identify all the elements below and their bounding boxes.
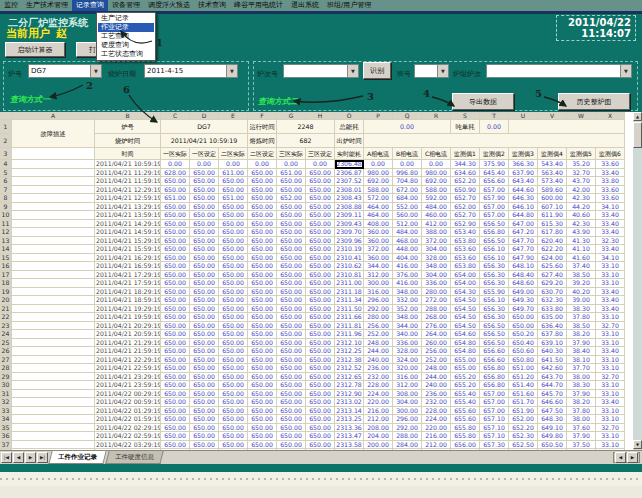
grid-cell[interactable]: 651.00 <box>509 364 538 373</box>
grid-cell[interactable]: 650.00 <box>306 364 335 373</box>
grid-cell[interactable]: 2311.96 <box>335 330 364 339</box>
grid-cell[interactable]: 2011/04/21 18:59:19 <box>95 296 161 305</box>
grid-cell[interactable]: 650.00 <box>248 237 277 246</box>
grid-cell[interactable]: 634.60 <box>451 169 480 178</box>
grid-cell[interactable]: 2309.11 <box>335 211 364 220</box>
grid-cell[interactable]: 650.00 <box>190 203 219 212</box>
grid-cell[interactable]: 640.30 <box>538 347 567 356</box>
grid-cell[interactable]: 监测偶6 <box>596 148 625 160</box>
grid-cell[interactable]: 280.00 <box>364 313 393 322</box>
grid-cell[interactable]: 650.00 <box>190 279 219 288</box>
grid-cell[interactable]: 344.30 <box>451 160 480 169</box>
grid-cell[interactable]: 650.00 <box>190 186 219 195</box>
grid-cell[interactable]: 629.20 <box>538 279 567 288</box>
grid-cell[interactable]: 2310.41 <box>335 254 364 263</box>
grid-cell[interactable]: 220.00 <box>364 398 393 407</box>
grid-cell[interactable]: 600.00 <box>538 194 567 203</box>
grid-cell[interactable]: 监测偶5 <box>567 148 596 160</box>
grid-cell[interactable]: 650.00 <box>190 313 219 322</box>
grid-cell[interactable]: 655.00 <box>451 364 480 373</box>
grid-cell[interactable]: 650.00 <box>306 415 335 424</box>
column-letter[interactable]: X <box>596 112 625 120</box>
grid-cell[interactable]: 2313.36 <box>335 424 364 433</box>
grid-cell[interactable]: 0.00 <box>364 120 451 134</box>
grid-cell[interactable]: 650.00 <box>219 441 248 450</box>
grid-cell[interactable]: 651.00 <box>161 194 190 203</box>
grid-cell[interactable]: 372.00 <box>422 237 451 246</box>
grid-cell[interactable]: 650.00 <box>306 296 335 305</box>
grid-cell[interactable]: 时间 <box>95 148 161 160</box>
tab-prev-icon[interactable]: ◀ <box>13 452 24 463</box>
grid-cell[interactable]: 244.00 <box>364 347 393 356</box>
grid-cell[interactable]: 2309.43 <box>335 220 364 229</box>
grid-cell[interactable]: 650.00 <box>219 220 248 229</box>
grid-cell[interactable]: 2312.25 <box>335 347 364 356</box>
grid-cell[interactable]: 实时能耗 <box>335 148 364 160</box>
grid-cell[interactable]: 647.50 <box>538 407 567 416</box>
grid-cell[interactable]: 烧炉时间 <box>95 134 161 148</box>
column-letter[interactable]: T <box>480 112 509 120</box>
scroll-up-icon[interactable]: ▲ <box>633 112 642 121</box>
grid-cell[interactable]: 650.00 <box>190 271 219 280</box>
row-number[interactable]: 26 <box>0 347 12 356</box>
grid-cell[interactable]: 651.90 <box>509 407 538 416</box>
grid-cell[interactable]: 33.40 <box>596 296 625 305</box>
grid-cell[interactable]: 32.70 <box>596 424 625 433</box>
grid-cell[interactable]: 692.00 <box>422 177 451 186</box>
row-number[interactable]: 37 <box>0 441 12 450</box>
grid-cell[interactable]: 650.00 <box>306 347 335 356</box>
grid-cell[interactable]: 652.20 <box>451 177 480 186</box>
grid-cell[interactable]: 650.00 <box>248 228 277 237</box>
grid-cell[interactable]: 650.00 <box>306 169 335 178</box>
chevron-down-icon[interactable]: ▼ <box>620 65 631 77</box>
row-number[interactable]: 6 <box>0 177 12 186</box>
menu-item[interactable]: 生产技术管理 <box>22 0 72 11</box>
grid-cell[interactable]: 33.10 <box>596 313 625 322</box>
grid-cell[interactable]: 2011/04/21 17:29:19 <box>95 271 161 280</box>
grid-cell[interactable]: 42.30 <box>567 194 596 203</box>
grid-cell[interactable]: 2011/04/21 12:29:19 <box>95 186 161 195</box>
grid-cell[interactable]: 650.00 <box>219 254 248 263</box>
grid-cell[interactable] <box>12 398 95 407</box>
grid-cell[interactable]: 672.00 <box>393 186 422 195</box>
grid-cell[interactable]: 650.00 <box>190 228 219 237</box>
grid-cell[interactable]: 572.00 <box>364 194 393 203</box>
grid-cell[interactable]: 651.00 <box>219 194 248 203</box>
grid-cell[interactable] <box>12 347 95 356</box>
grid-cell[interactable]: 650.00 <box>306 237 335 246</box>
grid-cell[interactable]: 650.00 <box>190 288 219 297</box>
grid-cell[interactable]: 650.00 <box>190 305 219 314</box>
row-number[interactable]: 15 <box>0 254 12 263</box>
grid-cell[interactable]: 236.00 <box>422 390 451 399</box>
grid-cell[interactable] <box>12 407 95 416</box>
grid-cell[interactable]: 625.60 <box>538 262 567 271</box>
grid-cell[interactable]: 692.00 <box>364 177 393 186</box>
grid-cell[interactable]: 980.00 <box>422 169 451 178</box>
grid-cell[interactable]: 650.00 <box>277 313 306 322</box>
grid-cell[interactable]: 650.00 <box>219 262 248 271</box>
row-number[interactable]: 32 <box>0 398 12 407</box>
grid-cell[interactable]: 2011/04/21 14:29:19 <box>95 220 161 229</box>
row-number[interactable]: 17 <box>0 271 12 280</box>
grid-cell[interactable]: 288.00 <box>422 305 451 314</box>
grid-cell[interactable]: 650.00 <box>161 220 190 229</box>
grid-cell[interactable] <box>12 305 95 314</box>
grid-cell[interactable]: 2313.58 <box>335 441 364 450</box>
row-number[interactable]: 28 <box>0 364 12 373</box>
grid-cell[interactable]: 42.00 <box>567 186 596 195</box>
grid-cell[interactable]: 650.00 <box>306 203 335 212</box>
column-letter[interactable]: S <box>451 112 480 120</box>
grid-cell[interactable]: 647.70 <box>509 237 538 246</box>
row-number[interactable]: 23 <box>0 322 12 331</box>
grid-cell[interactable]: 563.40 <box>538 169 567 178</box>
grid-cell[interactable]: 460.00 <box>422 211 451 220</box>
grid-cell[interactable]: 657.10 <box>480 415 509 424</box>
grid-cell[interactable]: 633.80 <box>538 305 567 314</box>
grid-cell[interactable]: 654.00 <box>451 279 480 288</box>
grid-cell[interactable]: 272.00 <box>422 296 451 305</box>
grid-cell[interactable]: 416.00 <box>393 279 422 288</box>
grid-cell[interactable]: 653.60 <box>451 254 480 263</box>
grid-cell[interactable]: 650.00 <box>306 356 335 365</box>
grid-cell[interactable]: 648.10 <box>509 262 538 271</box>
grid-cell[interactable]: 650.00 <box>190 398 219 407</box>
